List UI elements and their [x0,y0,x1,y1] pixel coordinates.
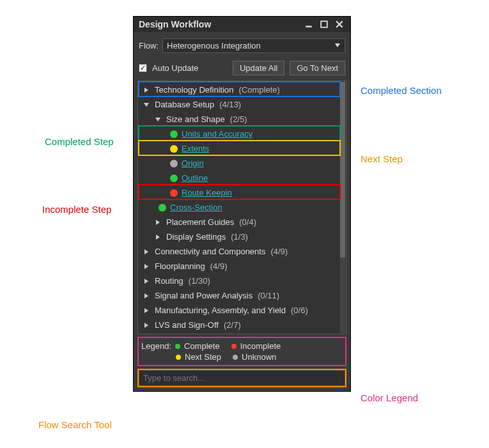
expand-icon[interactable] [142,263,151,270]
controls-row: ✓ Auto Update Update All Go To Next [134,57,350,79]
tree-leaf-units[interactable]: Units and Accuracy [139,127,339,141]
tree-leaf-extents[interactable]: Extents [139,141,339,156]
chevron-down-icon [334,41,341,50]
callout-completed-section: Completed Section [361,85,442,96]
callout-flow-search: Flow Search Tool [38,419,112,430]
search-wrap [137,369,346,387]
tree-leaf-origin[interactable]: Origin [139,156,339,171]
tree-node-label: Placement Guides [166,217,234,227]
flow-select[interactable]: Heterogenous Integration [162,38,345,53]
tree-node-count: (4/13) [219,100,241,109]
tree-node-floorplanning[interactable]: Floorplanning (4/9) [139,259,339,274]
svg-rect-1 [321,21,327,27]
callout-color-legend: Color Legend [361,392,418,403]
tree-node-count: (0/4) [239,217,256,227]
expand-icon[interactable] [142,322,151,328]
tree-leaf-route-keepin[interactable]: Route Keepin [139,185,339,200]
legend-dot-incomplete-icon [231,344,237,349]
tree-node-display-settings[interactable]: Display Settings (1/3) [139,229,339,244]
legend-dot-complete-icon [175,344,180,349]
tree-leaf-label[interactable]: Cross-Section [170,203,222,212]
flow-label: Flow: [139,41,159,50]
tree-leaf-label[interactable]: Extents [182,144,209,153]
tree-node-signal-power[interactable]: Signal and Power Analysis (0/11) [139,288,339,303]
tree-node-technology-definition[interactable]: Technology Definition (Complete) [139,82,339,97]
minimize-button[interactable] [303,19,314,29]
tree-node-count: (2/7) [224,320,241,330]
tree-node-count: (2/5) [230,114,247,124]
status-dot-incomplete-icon [170,189,178,197]
callout-incomplete-step: Incomplete Step [42,204,111,215]
tree-scrollbar-thumb[interactable] [340,82,345,258]
tree-node-count: (1/3) [231,232,248,242]
legend-section: Legend: Complete Incomplete Next Step Un… [137,337,346,366]
tree-node-count: (1/30) [189,276,210,286]
tree-leaf-label[interactable]: Units and Accuracy [182,129,252,139]
tree-leaf-label[interactable]: Outline [182,173,208,183]
tree-node-count: (4/9) [270,247,288,256]
tree-leaf-label[interactable]: Route Keepin [182,188,232,197]
collapse-icon[interactable] [142,102,151,108]
flow-row: Flow: Heterogenous Integration [134,32,350,57]
legend-dot-unknown-icon [233,355,238,360]
expand-icon[interactable] [142,278,151,284]
tree-node-label: Routing [155,276,183,286]
status-dot-complete-icon [159,204,166,212]
tree-node-label: LVS and Sign-Off [155,320,219,330]
tree-node-lvs[interactable]: LVS and Sign-Off (2/7) [139,318,339,332]
callout-next-step: Next Step [361,153,403,164]
restore-button[interactable] [318,19,330,29]
legend-complete: Complete [184,341,220,351]
legend-unknown: Unknown [242,352,276,362]
close-button[interactable] [334,19,345,29]
expand-icon[interactable] [142,293,151,299]
legend-label: Legend: [141,341,171,351]
workflow-tree[interactable]: Technology Definition (Complete) Databas… [137,81,346,334]
status-dot-unknown-icon [170,160,178,167]
auto-update-label: Auto Update [152,63,198,73]
tree-scrollbar[interactable] [340,82,345,333]
callout-completed-step: Completed Step [45,136,114,147]
window-title: Design Workflow [139,19,211,29]
tree-node-label: Technology Definition [155,85,234,95]
tree-node-size-and-shape[interactable]: Size and Shape (2/5) [139,112,339,127]
tree-node-label: Floorplanning [155,261,205,271]
tree-node-label: Display Settings [166,232,226,242]
tree-node-database-setup[interactable]: Database Setup (4/13) [139,97,339,112]
legend-incomplete: Incomplete [240,341,281,351]
expand-icon[interactable] [153,219,162,226]
flow-select-value: Heterogenous Integration [167,41,261,50]
tree-leaf-cross-section[interactable]: Cross-Section [139,200,339,215]
auto-update-checkbox[interactable]: ✓ [139,64,147,72]
status-dot-complete-icon [170,130,178,138]
go-to-next-button[interactable]: Go To Next [290,61,345,75]
update-all-button[interactable]: Update All [233,61,284,75]
expand-icon[interactable] [142,249,151,255]
tree-node-label: Size and Shape [166,114,225,124]
legend-next-step: Next Step [185,352,221,362]
tree-node-label: Signal and Power Analysis [155,291,252,300]
tree-node-routing[interactable]: Routing (1/30) [139,274,339,288]
tree-node-label: Connectivity and Components [155,247,265,256]
expand-icon[interactable] [142,307,151,314]
tree-leaf-outline[interactable]: Outline [139,171,339,185]
status-dot-next-icon [170,145,178,153]
expand-icon[interactable] [153,234,162,240]
tree-node-count: (0/11) [258,291,279,300]
tree-node-count: (0/6) [291,305,308,315]
collapse-icon[interactable] [153,116,162,123]
svg-rect-0 [306,26,312,27]
expand-icon[interactable] [142,87,151,93]
search-input[interactable] [139,370,345,386]
legend-dot-next-icon [176,355,181,360]
tree-node-manufacturing[interactable]: Manufacturing, Assembly, and Yield (0/6) [139,303,339,318]
tree-node-connectivity[interactable]: Connectivity and Components (4/9) [139,244,339,259]
tree-leaf-label[interactable]: Origin [182,158,204,168]
design-workflow-panel: Design Workflow Flow: Heterogenous Integ… [133,16,351,392]
titlebar: Design Workflow [134,17,350,32]
tree-node-placement-guides[interactable]: Placement Guides (0/4) [139,215,339,229]
status-dot-complete-icon [170,174,178,182]
tree-node-count: (4/9) [210,261,228,271]
tree-node-label: Manufacturing, Assembly, and Yield [155,305,286,315]
tree-node-status: (Complete) [239,85,280,95]
